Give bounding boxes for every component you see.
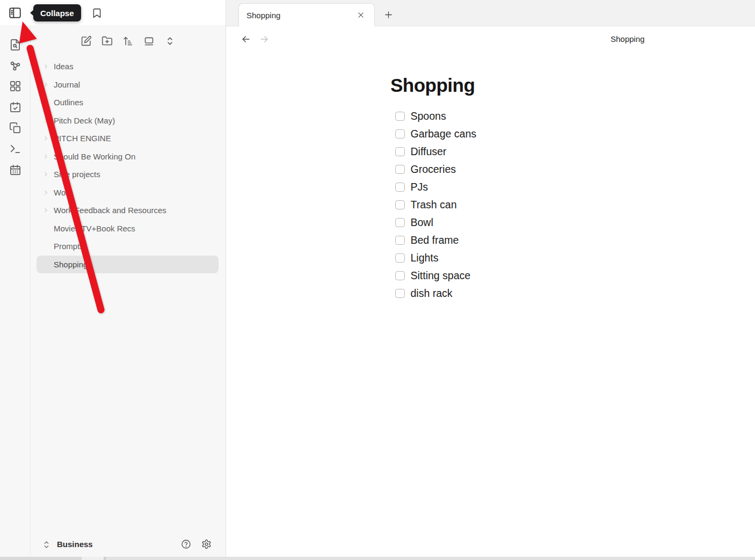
vault-switcher-button[interactable] xyxy=(41,540,50,548)
chevron-right-icon[interactable] xyxy=(43,153,54,159)
obsidian-window: Collapse IdeasJournalOutlinesPitch Deck … xyxy=(0,0,755,560)
ribbon xyxy=(0,25,31,557)
square-pen-icon xyxy=(81,35,92,47)
vault-row: Business xyxy=(36,534,220,554)
explorer-folder-plus-button[interactable] xyxy=(99,30,115,52)
gear-icon xyxy=(201,539,212,549)
tree-item-work[interactable]: Work xyxy=(37,184,219,202)
tree-indent-spacer xyxy=(43,243,54,250)
checklist: SpoonsGarbage cansDiffuserGroceriesPJsTr… xyxy=(395,107,476,302)
checkbox-unchecked[interactable] xyxy=(395,165,405,174)
stack-icon xyxy=(143,35,155,47)
tree-item-label: Work Feedback and Resources xyxy=(54,206,166,215)
chevron-right-icon[interactable] xyxy=(43,189,54,195)
tab-bar: Shopping xyxy=(226,0,755,26)
checkbox-unchecked[interactable] xyxy=(395,218,405,228)
checklist-item-pjs: PJs xyxy=(395,178,476,196)
checklist-item-label: Bowl xyxy=(411,216,433,229)
checkbox-unchecked[interactable] xyxy=(395,147,405,157)
calendar-check-icon xyxy=(9,101,21,113)
tree-item-label: Prompts xyxy=(54,242,84,251)
checklist-item-label: Trash can xyxy=(411,199,457,211)
new-tab-button[interactable] xyxy=(380,7,396,22)
tree-item-movies-tv-book-recs[interactable]: Movies TV+Book Recs xyxy=(37,220,219,238)
explorer-square-pen-button[interactable] xyxy=(78,30,94,52)
tab-shopping[interactable]: Shopping xyxy=(238,3,375,26)
tree-item-should-be-working-on[interactable]: Should Be Working On xyxy=(37,148,219,166)
bookmarks-button[interactable] xyxy=(89,6,104,20)
editor-pane: Shopping Shopping SpoonsGarbage cansDiff… xyxy=(226,26,755,557)
checklist-item-label: Lights xyxy=(411,252,439,264)
explorer-sort-asc-button[interactable] xyxy=(120,30,136,52)
chevron-right-icon[interactable] xyxy=(43,207,54,214)
tree-item-label: Movies TV+Book Recs xyxy=(54,224,135,233)
checklist-item-groceries: Groceries xyxy=(395,161,476,178)
navigate-forward-button[interactable] xyxy=(257,33,271,46)
checklist-item-spoons: Spoons xyxy=(395,107,476,125)
file-search-icon xyxy=(9,39,21,51)
checklist-item-label: Garbage cans xyxy=(411,128,477,140)
checklist-item-label: Groceries xyxy=(411,163,456,176)
checkbox-unchecked[interactable] xyxy=(395,253,405,263)
tree-item-label: Work xyxy=(54,188,72,197)
checklist-item-diffuser: Diffuser xyxy=(395,143,476,161)
checkbox-unchecked[interactable] xyxy=(395,129,405,139)
explorer-chevrons-up-down-button[interactable] xyxy=(162,30,178,52)
help-circle-icon xyxy=(181,539,191,549)
checklist-item-dish-rack: dish rack xyxy=(395,285,476,302)
tab-label: Shopping xyxy=(246,11,355,20)
tree-item-prompts[interactable]: Prompts xyxy=(37,237,219,256)
tree-item-outlines[interactable]: Outlines xyxy=(37,93,219,112)
tree-item-pitch-deck-may-[interactable]: Pitch Deck (May) xyxy=(37,112,219,130)
ribbon-terminal-button[interactable] xyxy=(6,139,24,159)
tree-item-journal[interactable]: Journal xyxy=(37,76,219,94)
chevrons-up-down-icon xyxy=(164,35,176,47)
chevron-right-icon[interactable] xyxy=(43,135,54,142)
checklist-item-label: PJs xyxy=(411,181,429,193)
tab-close-button[interactable] xyxy=(355,9,367,21)
checkbox-unchecked[interactable] xyxy=(395,183,405,192)
checklist-item-trash-can: Trash can xyxy=(395,196,476,214)
tree-indent-spacer xyxy=(43,99,54,106)
explorer-stack-button[interactable] xyxy=(141,30,157,52)
tree-item-work-feedback-and-resources[interactable]: Work Feedback and Resources xyxy=(37,201,219,220)
ribbon-layout-grid-button[interactable] xyxy=(6,76,24,97)
view-header-title: Shopping xyxy=(611,34,644,43)
checkbox-unchecked[interactable] xyxy=(395,236,405,245)
chevron-right-icon[interactable] xyxy=(43,117,54,123)
ribbon-copy-button[interactable] xyxy=(6,118,24,139)
checkbox-unchecked[interactable] xyxy=(395,112,405,121)
checklist-item-bed-frame: Bed frame xyxy=(395,231,476,249)
taskbar-segment xyxy=(0,557,82,560)
collapse-sidebar-button[interactable] xyxy=(7,5,23,20)
ribbon-calendar-days-button[interactable] xyxy=(6,159,24,180)
ribbon-file-search-button[interactable] xyxy=(6,34,24,55)
chevron-right-icon[interactable] xyxy=(43,63,54,70)
ribbon-graph-button[interactable] xyxy=(6,55,24,76)
tree-item-shopping[interactable]: Shopping xyxy=(37,256,219,274)
ribbon-calendar-check-button[interactable] xyxy=(6,97,24,118)
settings-button[interactable] xyxy=(200,537,213,550)
tooltip-label: Collapse xyxy=(40,9,74,18)
checklist-item-label: dish rack xyxy=(411,287,453,300)
navigate-back-button[interactable] xyxy=(239,33,253,46)
checklist-item-label: Bed frame xyxy=(411,234,459,246)
vault-name[interactable]: Business xyxy=(57,540,179,549)
close-icon xyxy=(357,11,365,19)
tree-item-ideas[interactable]: Ideas xyxy=(37,57,219,76)
explorer-toolbar xyxy=(31,30,226,52)
calendar-days-icon xyxy=(9,164,21,176)
tree-item-side-projects[interactable]: Side projects xyxy=(37,165,219,184)
chevron-right-icon[interactable] xyxy=(43,171,54,178)
checkbox-unchecked[interactable] xyxy=(395,271,405,281)
tree-item-pitch-engine[interactable]: PITCH ENGINE xyxy=(37,129,219,148)
left-pane-header: Collapse xyxy=(0,0,226,25)
checkbox-unchecked[interactable] xyxy=(395,200,405,210)
checkbox-unchecked[interactable] xyxy=(395,289,405,299)
arrow-left-icon xyxy=(241,34,251,45)
chevron-right-icon[interactable] xyxy=(43,81,54,88)
help-button[interactable] xyxy=(179,537,192,550)
checklist-item-garbage-cans: Garbage cans xyxy=(395,125,476,143)
taskbar-segment xyxy=(106,557,755,560)
checklist-item-label: Spoons xyxy=(411,110,446,122)
